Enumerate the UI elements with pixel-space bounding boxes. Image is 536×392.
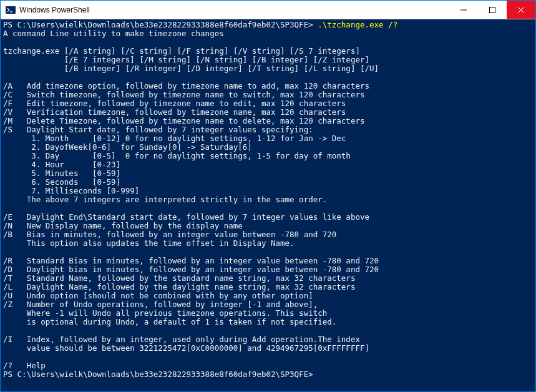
prompt-path: PS C:\Users\wielk\Downloads\be33e2328229… (3, 20, 318, 29)
window-controls (449, 1, 535, 19)
output-line (3, 38, 533, 47)
output-line: /L Daylight Name, followed by the daylig… (3, 283, 533, 292)
output-line: /D Daylight bias in minutes, followed by… (3, 265, 533, 274)
output-line: Where -1 will Undo all previous timezone… (3, 309, 533, 318)
output-line (3, 248, 533, 257)
prompt-line: PS C:\Users\wielk\Downloads\be33e2328229… (3, 370, 533, 379)
output-line: /V Verification timezone, followed by ti… (3, 108, 533, 117)
svg-rect-0 (6, 6, 16, 14)
output-line: /A Add timezone option, followed by time… (3, 82, 533, 91)
svg-rect-3 (490, 7, 495, 12)
output-line: [/B integer] [/R integer] [/D integer] [… (3, 64, 533, 73)
output-line: /T Standard Name, followed by the standa… (3, 274, 533, 283)
output-line (3, 204, 533, 213)
output-line (3, 73, 533, 82)
output-line: 1. Month [0-12] 0 for no daylight settin… (3, 134, 533, 143)
output-line: [/E 7 integers] [/M string] [/N string] … (3, 56, 533, 64)
output-line (3, 326, 533, 335)
command-text: .\tzchange.exe /? (318, 20, 397, 29)
output-line: /I Index, followed by an integer, used o… (3, 335, 533, 344)
output-line: /Z Number of Undo operations, followed b… (3, 300, 533, 309)
output-line: 5. Minutes [0-59] (3, 169, 533, 178)
output-line: /M Delete Timezone, followed by timezone… (3, 117, 533, 125)
output-line: 4. Hour [0-23] (3, 160, 533, 169)
output-line: 7. Milliseconds [0-999] (3, 187, 533, 195)
output-line: is optional during Undo, a default of 1 … (3, 318, 533, 326)
window-title: Windows PowerShell (19, 6, 449, 14)
output-line: /U Undo option [should not be combined w… (3, 292, 533, 300)
prompt-path: PS C:\Users\wielk\Downloads\be33e2328229… (3, 370, 318, 379)
output-line: value should be between 3221225472[0xC00… (3, 344, 533, 353)
terminal-content[interactable]: PS C:\Users\wielk\Downloads\be33e2328229… (1, 19, 535, 391)
output-line: /N New Display name, followed by the dis… (3, 222, 533, 230)
output-line: /E Daylight End\Standard start date, fol… (3, 213, 533, 222)
output-line: The above 7 integers are interpreted str… (3, 195, 533, 204)
close-button[interactable] (507, 1, 535, 19)
output-line: A command Line utility to make timezone … (3, 29, 533, 38)
output-line: tzchange.exe [/A string] [/C string] [/F… (3, 47, 533, 56)
output-line: /F Edit timezone, followed by timezone n… (3, 99, 533, 108)
output-line: /? Help (3, 361, 533, 370)
output-line: This option also updates the time offset… (3, 239, 533, 248)
output-line: 3. Day [0-5] 0 for no daylight settings,… (3, 152, 533, 160)
output-line: /C Switch timezone, followed by timezone… (3, 91, 533, 99)
powershell-icon (6, 5, 16, 15)
titlebar[interactable]: Windows PowerShell (1, 1, 535, 19)
output-line: 2. DayofWeek[0-6] for Sunday[0] -> Satur… (3, 143, 533, 152)
output-line: /B Bias in minutes, followed by an integ… (3, 230, 533, 239)
output-line: /R Standard Bias in minutes, followed by… (3, 257, 533, 265)
powershell-window: Windows PowerShell PS C:\Users\wielk\Dow… (0, 0, 536, 392)
maximize-button[interactable] (478, 1, 507, 19)
output-line (3, 353, 533, 361)
output-line: 6. Seconds [0-59] (3, 178, 533, 187)
output-line: /S Daylight Start date, followed by 7 in… (3, 125, 533, 134)
minimize-button[interactable] (449, 1, 478, 19)
prompt-line: PS C:\Users\wielk\Downloads\be33e2328229… (3, 21, 533, 29)
